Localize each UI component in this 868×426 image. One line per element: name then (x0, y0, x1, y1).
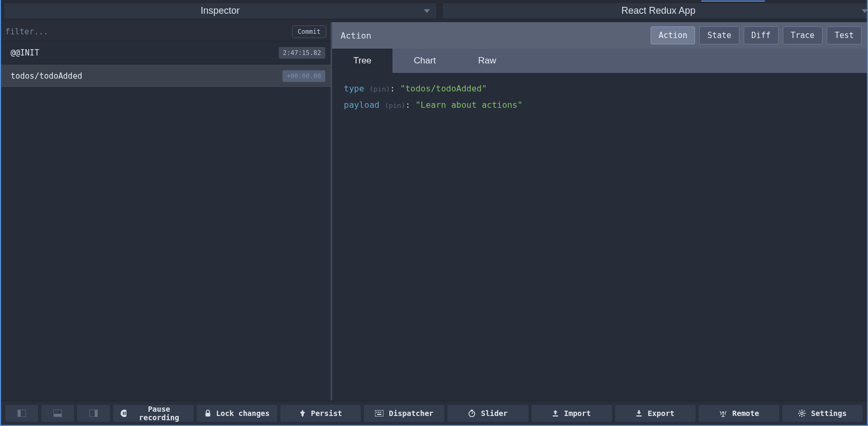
subtab-chart[interactable]: Chart (392, 49, 457, 73)
svg-rect-14 (377, 414, 381, 415)
svg-rect-7 (123, 412, 124, 415)
pin-label[interactable]: (pin) (385, 101, 405, 109)
colon: : (405, 100, 415, 110)
export-label: Export (647, 409, 674, 418)
commit-button[interactable]: Commit (292, 25, 326, 38)
action-row[interactable]: @@INIT2:47:15.82 (1, 41, 331, 64)
colon: : (390, 84, 400, 94)
svg-rect-12 (378, 412, 379, 413)
subtab-raw[interactable]: Raw (457, 49, 517, 73)
svg-rect-9 (205, 413, 210, 416)
slider-button[interactable]: Slider (447, 405, 528, 422)
tree-entry[interactable]: payload (pin): "Learn about actions" (344, 100, 855, 110)
svg-rect-10 (375, 410, 383, 416)
svg-rect-8 (125, 412, 126, 415)
dispatcher-button[interactable]: Dispatcher (364, 405, 444, 422)
chevron-down-icon (424, 9, 430, 13)
svg-line-29 (804, 415, 805, 416)
svg-line-28 (799, 411, 800, 412)
active-tab-indicator (701, 1, 765, 2)
svg-rect-11 (377, 412, 378, 413)
action-row[interactable]: todos/todoAdded+00:00.00 (1, 64, 331, 88)
tree-value: "todos/todoAdded" (400, 84, 487, 94)
instance-selector-label: React Redux App (622, 5, 696, 16)
tab-state[interactable]: State (699, 26, 739, 44)
panel-left-button[interactable] (5, 405, 38, 422)
export-button[interactable]: Export (615, 405, 696, 422)
panel-right-button[interactable] (77, 405, 110, 422)
settings-label: Settings (811, 409, 846, 418)
lock-icon (205, 410, 211, 417)
dispatcher-label: Dispatcher (389, 409, 433, 418)
action-timestamp: 2:47:15.82 (279, 47, 325, 59)
instance-selector[interactable]: React Redux App (442, 3, 869, 19)
pause-icon (121, 410, 126, 417)
persist-label: Persist (311, 409, 342, 418)
tab-diff[interactable]: Diff (744, 26, 779, 44)
tab-trace[interactable]: Trace (783, 26, 823, 44)
svg-rect-1 (18, 410, 21, 416)
stopwatch-icon (468, 410, 476, 417)
svg-rect-13 (380, 412, 381, 413)
download-icon (636, 410, 642, 417)
tree-entry[interactable]: type (pin): "todos/todoAdded" (344, 84, 855, 94)
action-name: todos/todoAdded (11, 71, 82, 81)
svg-line-16 (472, 412, 473, 414)
detail-title: Action (341, 31, 371, 41)
import-button[interactable]: Import (532, 405, 612, 422)
svg-rect-18 (553, 415, 558, 416)
panel-right-icon (89, 410, 98, 417)
svg-rect-17 (471, 410, 473, 411)
pause-recording-label: Pause recording (132, 405, 186, 422)
filter-input[interactable] (5, 27, 292, 36)
pin-icon (299, 410, 306, 417)
remote-button[interactable]: Remote (699, 405, 779, 422)
remote-label: Remote (733, 409, 760, 418)
upload-icon (552, 410, 559, 417)
persist-button[interactable]: Persist (280, 405, 361, 422)
antenna-icon (719, 410, 727, 417)
tab-test[interactable]: Test (827, 26, 862, 44)
inspector-selector-label: Inspector (200, 5, 240, 16)
detail-panel: Action ActionStateDiffTraceTest TreeChar… (332, 22, 867, 401)
lock-changes-button[interactable]: Lock changes (197, 405, 277, 422)
tree-content: type (pin): "todos/todoAdded"payload (pi… (332, 73, 867, 401)
gear-icon (798, 410, 806, 417)
subtab-tree[interactable]: Tree (332, 49, 392, 73)
panel-bottom-icon (53, 410, 62, 417)
action-name: @@INIT (11, 48, 39, 58)
keyboard-icon (375, 410, 383, 416)
pause-recording-button[interactable]: Pause recording (113, 405, 194, 422)
svg-rect-19 (636, 415, 642, 416)
tree-key: payload (344, 100, 379, 110)
svg-rect-3 (54, 414, 61, 416)
action-list-panel: Commit @@INIT2:47:15.82todos/todoAdded+0… (1, 22, 332, 401)
panel-bottom-button[interactable] (41, 405, 74, 422)
tree-value: "Learn about actions" (415, 100, 522, 110)
import-label: Import (564, 409, 591, 418)
inspector-selector[interactable]: Inspector (4, 3, 437, 19)
panel-left-icon (17, 410, 26, 417)
svg-point-23 (801, 412, 803, 414)
slider-label: Slider (481, 409, 508, 418)
svg-line-30 (799, 415, 800, 416)
action-timestamp: +00:00.00 (282, 70, 325, 82)
svg-line-31 (804, 411, 805, 412)
svg-rect-5 (95, 410, 97, 416)
chevron-down-icon (862, 9, 868, 13)
tree-key: type (344, 84, 364, 94)
settings-button[interactable]: Settings (782, 405, 863, 422)
pin-label[interactable]: (pin) (369, 85, 390, 93)
tab-action[interactable]: Action (651, 26, 695, 44)
lock-changes-label: Lock changes (216, 409, 270, 418)
